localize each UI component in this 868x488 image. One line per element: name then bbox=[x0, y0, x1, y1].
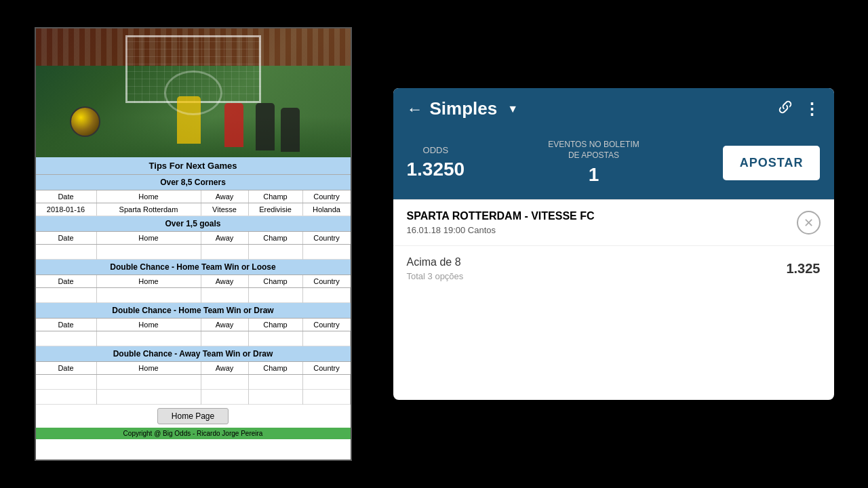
bet-stats: ODDS 1.3250 EVENTOS NO BOLETIMDE APOSTAS… bbox=[393, 129, 834, 199]
eventos-value: 1 bbox=[548, 164, 639, 186]
odds-section: ODDS 1.3250 bbox=[407, 145, 465, 180]
col-away-1: Away bbox=[201, 190, 249, 203]
bet-option: Acima de 8 Total 3 opções 1.325 bbox=[393, 246, 834, 291]
header-right: ⋮ bbox=[777, 99, 821, 119]
section2-title: Over 1,5 goals bbox=[36, 216, 351, 232]
section4-empty-row bbox=[36, 331, 351, 346]
close-match-button[interactable]: ✕ bbox=[797, 211, 821, 235]
row1-champ: Eredivisie bbox=[249, 203, 303, 216]
match-card: SPARTA ROTTERDAM - VITESSE FC 16.01.18 1… bbox=[393, 200, 834, 246]
row1-home: Sparta Rotterdam bbox=[97, 203, 201, 216]
header-left: ← Simples ▼ bbox=[407, 98, 519, 119]
col-date-5: Date bbox=[36, 362, 97, 374]
section2-header: Date Home Away Champ Country bbox=[36, 232, 351, 245]
col-home-1: Home bbox=[97, 190, 201, 203]
col-date-2: Date bbox=[36, 232, 97, 244]
bet-option-name: Acima de 8 bbox=[407, 256, 464, 268]
col-home-2: Home bbox=[97, 232, 201, 244]
section1-row-0: 2018-01-16 Sparta Rotterdam Vitesse Ered… bbox=[36, 203, 351, 216]
section1-title: Over 8,5 Corners bbox=[36, 175, 351, 190]
odds-value: 1.3250 bbox=[407, 159, 465, 180]
section5-empty-row-2 bbox=[36, 390, 351, 405]
player-dark-2 bbox=[281, 108, 300, 152]
section3-title: Double Chance - Home Team Win or Loose bbox=[36, 260, 351, 275]
col-date-4: Date bbox=[36, 319, 97, 331]
col-away-4: Away bbox=[201, 319, 249, 331]
player-dark-1 bbox=[256, 103, 275, 150]
section3-empty-row bbox=[36, 288, 351, 303]
col-country-2: Country bbox=[303, 232, 351, 244]
match-info: SPARTA ROTTERDAM - VITESSE FC 16.01.18 1… bbox=[407, 210, 797, 235]
hero-image bbox=[36, 28, 351, 157]
section4-title: Double Chance - Home Team Win or Draw bbox=[36, 303, 351, 319]
right-panel: ← Simples ▼ ⋮ ODDS 1.3250 EVENTOS NO BOL… bbox=[393, 88, 834, 400]
section2-empty-row bbox=[36, 245, 351, 260]
bet-title: Simples bbox=[430, 98, 498, 119]
bet-option-odd: 1.325 bbox=[786, 261, 820, 277]
left-panel: Tips For Next Games Over 8,5 Corners Dat… bbox=[35, 27, 352, 461]
row1-date: 2018-01-16 bbox=[36, 203, 97, 216]
bet-option-left: Acima de 8 Total 3 opções bbox=[407, 256, 464, 281]
goalkeeper bbox=[177, 96, 201, 144]
close-icon: ✕ bbox=[804, 216, 814, 230]
bet-header: ← Simples ▼ ⋮ bbox=[393, 88, 834, 129]
row1-away: Vitesse bbox=[201, 203, 249, 216]
odds-label: ODDS bbox=[407, 145, 465, 155]
col-away-3: Away bbox=[201, 275, 249, 287]
col-home-4: Home bbox=[97, 319, 201, 331]
tips-title: Tips For Next Games bbox=[36, 157, 351, 175]
col-country-1: Country bbox=[303, 190, 351, 203]
home-page-section: Home Page bbox=[36, 405, 351, 428]
section5-title: Double Chance - Away Team Win or Draw bbox=[36, 346, 351, 362]
col-date-3: Date bbox=[36, 275, 97, 287]
col-country-4: Country bbox=[303, 319, 351, 331]
share-icon[interactable] bbox=[777, 99, 793, 119]
col-date-1: Date bbox=[36, 190, 97, 203]
col-champ-2: Champ bbox=[249, 232, 303, 244]
col-country-3: Country bbox=[303, 275, 351, 287]
match-teams: SPARTA ROTTERDAM - VITESSE FC bbox=[407, 210, 797, 222]
footer: Copyright @ Big Odds - Ricardo Jorge Per… bbox=[36, 428, 351, 439]
main-container: Tips For Next Games Over 8,5 Corners Dat… bbox=[0, 0, 868, 488]
col-champ-3: Champ bbox=[249, 275, 303, 287]
match-datetime: 16.01.18 19:00 Cantos bbox=[407, 225, 797, 235]
col-champ-5: Champ bbox=[249, 362, 303, 374]
col-home-3: Home bbox=[97, 275, 201, 287]
col-champ-1: Champ bbox=[249, 190, 303, 203]
more-icon[interactable]: ⋮ bbox=[804, 100, 821, 119]
section4-header: Date Home Away Champ Country bbox=[36, 319, 351, 331]
section1-header: Date Home Away Champ Country bbox=[36, 190, 351, 203]
dropdown-arrow-icon[interactable]: ▼ bbox=[507, 103, 518, 115]
bet-option-total: Total 3 opções bbox=[407, 271, 464, 281]
back-button[interactable]: ← bbox=[407, 100, 423, 119]
col-away-2: Away bbox=[201, 232, 249, 244]
col-champ-4: Champ bbox=[249, 319, 303, 331]
home-page-button[interactable]: Home Page bbox=[157, 408, 229, 424]
col-away-5: Away bbox=[201, 362, 249, 374]
goal-net bbox=[125, 35, 261, 103]
row1-country: Holanda bbox=[303, 203, 351, 216]
football bbox=[70, 106, 100, 137]
section3-header: Date Home Away Champ Country bbox=[36, 275, 351, 288]
player-red bbox=[224, 103, 243, 147]
section5-empty-row bbox=[36, 375, 351, 390]
col-country-5: Country bbox=[303, 362, 351, 374]
eventos-label: EVENTOS NO BOLETIMDE APOSTAS bbox=[548, 140, 639, 161]
left-content: Tips For Next Games Over 8,5 Corners Dat… bbox=[36, 157, 351, 460]
section5-header: Date Home Away Champ Country bbox=[36, 362, 351, 375]
apostar-button[interactable]: APOSTAR bbox=[723, 146, 821, 180]
eventos-section: EVENTOS NO BOLETIMDE APOSTAS 1 bbox=[548, 140, 639, 186]
col-home-5: Home bbox=[97, 362, 201, 374]
